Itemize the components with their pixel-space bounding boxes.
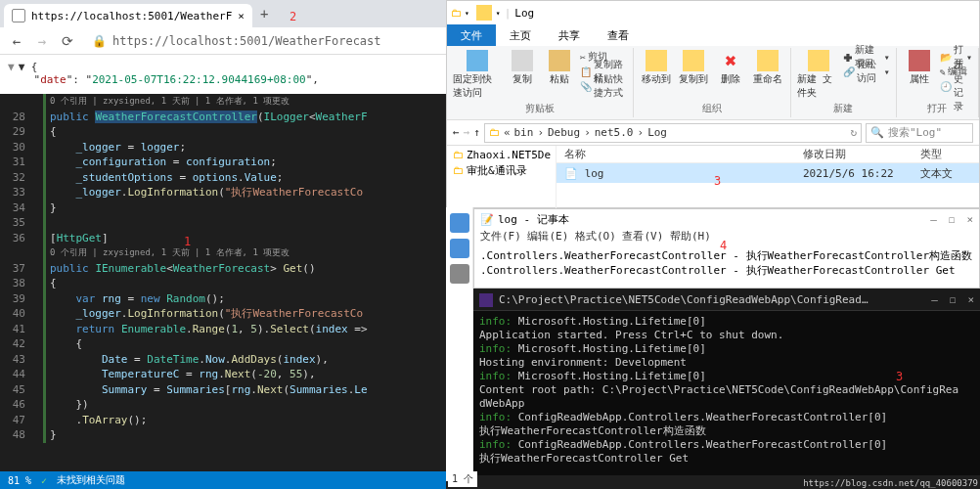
window-title: Log: [514, 7, 534, 20]
lock-icon: 🔒: [92, 34, 107, 48]
tab-home[interactable]: 主页: [496, 24, 545, 46]
file-row[interactable]: 📄 log 2021/5/6 16:22 文本文: [557, 163, 979, 183]
annotation-1: 1: [184, 235, 191, 248]
paste-button[interactable]: 粘贴: [543, 50, 576, 100]
ribbon: 固定到快 速访问 复制 粘贴 ✂ 剪切 📋 复制路径 📎 粘贴快捷方式 剪贴板 …: [447, 46, 979, 120]
overflow-icon[interactable]: ▾: [496, 9, 501, 18]
pasteshortcut-button[interactable]: 📎 粘贴快捷方式: [580, 79, 627, 93]
url-bar[interactable]: 🔒 https://localhost:5001/WeatherForecast: [84, 32, 438, 50]
easyaccess-button[interactable]: 🔗 轻松访问▾: [843, 65, 890, 78]
refresh-icon[interactable]: ↻: [850, 126, 857, 139]
nav-item: 🗀 审批&通讯录: [453, 162, 550, 179]
folder-icon: 🗀: [451, 7, 462, 20]
tab-view[interactable]: 查看: [594, 24, 643, 46]
folder2-icon: [476, 5, 492, 21]
refresh-icon[interactable]: ⟳: [59, 33, 76, 49]
tab-strip: https://localhost:5001/WeatherF × +: [0, 0, 446, 27]
rename-button[interactable]: 重命名: [751, 50, 784, 86]
tab-title: https://localhost:5001/WeatherF: [31, 10, 232, 22]
browser-window: https://localhost:5001/WeatherF × + ← → …: [0, 0, 446, 489]
status-msg: 未找到相关问题: [57, 473, 125, 487]
maximize-icon[interactable]: ☐: [950, 293, 957, 306]
copyto-button[interactable]: 复制到: [677, 50, 710, 86]
nav-item: 🗀 Zhaoxi.NET5De: [453, 148, 550, 162]
console-output[interactable]: info: Microsoft.Hosting.Lifetime[0] Appl…: [473, 311, 980, 469]
annotation-3: 3: [714, 174, 721, 188]
browser-tab[interactable]: https://localhost:5001/WeatherF ×: [4, 4, 252, 27]
new-tab-button[interactable]: +: [260, 6, 268, 22]
nav-pane[interactable]: 🗀 Zhaoxi.NET5De 🗀 审批&通讯录: [447, 146, 557, 208]
explorer-titlebar[interactable]: 🗀 ▾ ▾ | Log: [447, 1, 979, 24]
properties-button[interactable]: 属性: [903, 50, 936, 93]
status-check-icon: ✓: [41, 475, 47, 486]
notepad-titlebar[interactable]: 📝 log - 记事本 — ☐ ×: [474, 209, 979, 229]
annotation-3b: 3: [896, 370, 903, 383]
explorer-nav-icons: [446, 207, 473, 481]
tab-share[interactable]: 共享: [545, 24, 594, 46]
copy-button[interactable]: 复制: [506, 50, 539, 100]
item-count: 1 个: [448, 471, 477, 487]
json-response: ▼▼ { "date": "2021-05-07T16:22:12.904416…: [0, 55, 446, 94]
pin-button[interactable]: 固定到快 速访问: [453, 50, 502, 100]
chevron-down-icon[interactable]: ▾: [465, 9, 469, 18]
delete-button[interactable]: ✖删除: [714, 50, 747, 86]
annotation-4: 4: [720, 239, 727, 252]
console-window: C:\Project\Practice\NET5Code\ConfigReadW…: [473, 289, 980, 475]
tab-file[interactable]: 文件: [447, 24, 496, 46]
nav-back-icon[interactable]: ←: [453, 126, 460, 139]
file-explorer-window: 🗀 ▾ ▾ | Log 文件 主页 共享 查看 固定到快 速访问 复制 粘贴 ✂…: [446, 0, 980, 208]
history-button[interactable]: 🕘 历史记录: [940, 79, 972, 93]
forward-icon[interactable]: →: [33, 33, 51, 49]
file-list: 名称 修改日期 类型 📄 log 2021/5/6 16:22 文本文: [557, 146, 979, 208]
close-icon[interactable]: ×: [238, 10, 245, 22]
code-editor[interactable]: 0 个引用 | zxysigned, 1 天前 | 1 名作者, 1 项更改28…: [0, 94, 446, 456]
nav-up-icon[interactable]: ↑: [473, 126, 480, 139]
notepad-title: log - 记事本: [498, 212, 569, 227]
log-line: .Controllers.WeatherForecastController -…: [480, 263, 973, 278]
folder-icon: 🗀: [489, 126, 500, 139]
onedrive-icon[interactable]: [450, 213, 469, 233]
search-input[interactable]: 🔍 搜索"Log": [866, 123, 973, 143]
notepad-icon: 📝: [480, 213, 494, 226]
cloud-icon[interactable]: [450, 239, 469, 258]
pc-icon[interactable]: [450, 264, 469, 284]
close-icon[interactable]: ×: [967, 293, 974, 306]
zoom-level[interactable]: 81 %: [8, 475, 31, 486]
breadcrumb[interactable]: 🗀 « bin › Debug › net5.0 › Log ↻: [484, 123, 862, 143]
address-bar-row: ← → ⟳ 🔒 https://localhost:5001/WeatherFo…: [0, 27, 446, 55]
column-headers[interactable]: 名称 修改日期 类型: [557, 146, 979, 163]
url-text: https://localhost:5001/WeatherForecast: [112, 34, 381, 48]
group-organize: 组织: [640, 102, 784, 115]
console-title: C:\Project\Practice\NET5Code\ConfigReadW…: [499, 293, 870, 306]
nav-fwd-icon[interactable]: →: [464, 126, 470, 139]
console-titlebar[interactable]: C:\Project\Practice\NET5Code\ConfigReadW…: [473, 289, 980, 311]
watermark: https://blog.csdn.net/qq_40600379: [803, 478, 978, 488]
back-icon[interactable]: ←: [8, 33, 25, 49]
group-new: 新建: [797, 102, 890, 115]
breadcrumb-bar: ← → ↑ 🗀 « bin › Debug › net5.0 › Log ↻ 🔍…: [447, 120, 979, 146]
search-icon: 🔍: [870, 126, 884, 139]
group-clipboard: 剪贴板: [453, 102, 627, 115]
annotation-2: 2: [290, 10, 296, 23]
newfolder-button[interactable]: 新建 文件夹: [797, 50, 839, 100]
ribbon-tabs: 文件 主页 共享 查看: [447, 24, 979, 46]
console-icon: [479, 293, 493, 307]
minimize-icon[interactable]: —: [931, 293, 938, 306]
file-icon: 📄: [564, 167, 578, 180]
maximize-icon[interactable]: ☐: [949, 213, 956, 226]
moveto-button[interactable]: 移动到: [640, 50, 673, 86]
favicon: [12, 9, 25, 22]
close-icon[interactable]: ×: [966, 213, 973, 226]
group-open: 打开: [903, 102, 972, 115]
minimize-icon[interactable]: —: [930, 213, 937, 226]
status-bar: 81 % ✓ 未找到相关问题: [0, 471, 446, 489]
